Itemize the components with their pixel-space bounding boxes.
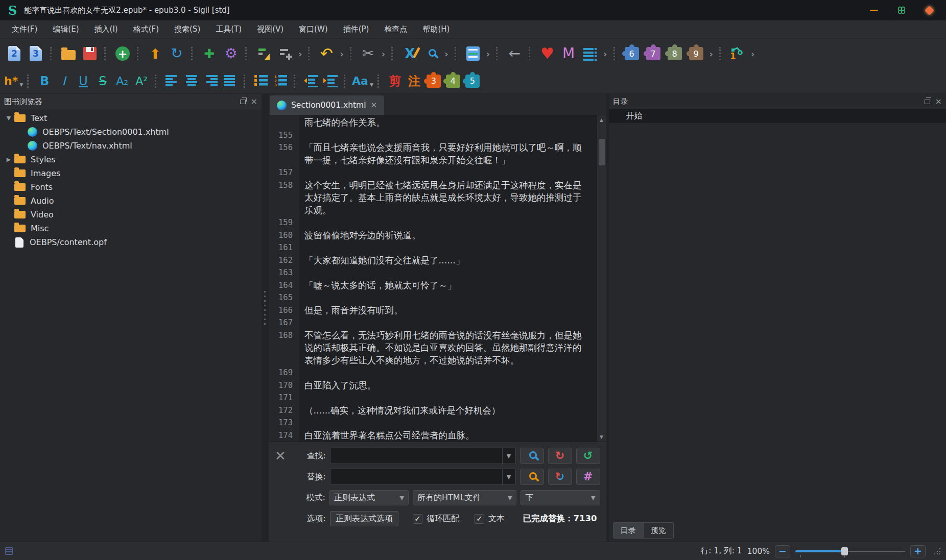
clip-editor-button[interactable]: 剪 <box>386 72 404 90</box>
tree-item-audio[interactable]: Audio <box>0 194 262 208</box>
wrap-checkbox[interactable]: ✓ <box>413 514 422 524</box>
replace-find-button[interactable]: ↻ <box>548 469 572 485</box>
minimize-button[interactable] <box>862 3 886 18</box>
superscript-button[interactable]: A² <box>132 72 151 90</box>
regex-options-button[interactable]: 正则表达式选项 <box>330 511 398 526</box>
new-epub3-button[interactable]: 3 <box>26 43 46 64</box>
bold-button[interactable]: B <box>35 72 54 90</box>
menu-帮助H[interactable]: 帮助(H) <box>416 22 456 37</box>
tab-section0001[interactable]: Section0001.xhtml ✕ <box>270 95 384 115</box>
checkpoint-restore-icon[interactable]: ↻ <box>167 43 187 64</box>
toolbar-overflow-icon[interactable]: › <box>442 48 450 59</box>
plugin-7-button[interactable]: 7 <box>643 43 664 64</box>
bullet-list-button[interactable] <box>252 72 270 90</box>
menu-编辑E[interactable]: 编辑(E) <box>46 22 85 37</box>
align-center-button[interactable] <box>182 72 201 90</box>
replace-history-dropdown[interactable]: ▼ <box>502 469 515 484</box>
tree-item-video[interactable]: Video <box>0 208 262 222</box>
save-button[interactable] <box>80 43 100 64</box>
toolbar-overflow-icon[interactable]: › <box>380 48 387 59</box>
find-next-button[interactable] <box>520 448 544 464</box>
float-panel-icon[interactable] <box>925 100 930 104</box>
numbered-list-button[interactable]: 123 <box>271 72 290 90</box>
maximize-button[interactable] <box>890 3 913 18</box>
toolbar-overflow-icon[interactable]: › <box>601 48 609 59</box>
code-view[interactable]: 雨七绪的合作关系。155156「而且七绪亲也说会支援雨音我，只要好好利用她就可以… <box>269 115 597 442</box>
toolbar-overflow-icon[interactable]: › <box>338 48 345 59</box>
menu-插入I[interactable]: 插入(I) <box>88 22 125 37</box>
outdent-button[interactable] <box>302 72 320 90</box>
resize-grip[interactable] <box>934 548 941 555</box>
tab-close-icon[interactable]: ✕ <box>370 101 377 110</box>
plugin-6-button[interactable]: 6 <box>622 43 642 64</box>
plugin-m-button[interactable]: M <box>558 43 579 64</box>
menu-检查点[interactable]: 检查点 <box>377 22 414 37</box>
subscript-button[interactable]: A₂ <box>113 72 131 90</box>
scrollbar-thumb[interactable] <box>599 139 605 165</box>
close-button[interactable] <box>917 3 941 18</box>
toc-tab[interactable]: 目录 <box>613 522 644 539</box>
plugin-4-button[interactable]: 4 <box>444 72 462 90</box>
plugin-8-button[interactable]: 8 <box>665 43 685 64</box>
tree-item-misc[interactable]: Misc <box>0 222 262 235</box>
toolbar-overflow-icon[interactable]: › <box>296 48 304 59</box>
split-at-cursor-button[interactable] <box>253 43 274 64</box>
restart-count-button[interactable]: ↺ <box>576 448 600 464</box>
tree-item-content.opf[interactable]: OEBPS/content.opf <box>0 235 262 249</box>
open-file-button[interactable] <box>58 43 79 64</box>
close-panel-icon[interactable]: × <box>935 98 942 106</box>
plugin-5-button[interactable]: 5 <box>463 72 482 90</box>
zoom-out-button[interactable]: − <box>775 545 790 557</box>
tree-item-section0001.xhtml[interactable]: OEBPS/Text/Section0001.xhtml <box>0 125 262 139</box>
menu-搜索S[interactable]: 搜索(S) <box>168 22 207 37</box>
expand-arrow-icon[interactable]: ▶ <box>4 156 13 163</box>
add-existing-files-button[interactable]: + <box>112 43 133 64</box>
find-close-button[interactable]: ✕ <box>275 449 290 462</box>
checkpoint-up-icon[interactable]: ⬆ <box>145 43 165 64</box>
zoom-in-button[interactable]: + <box>910 545 926 557</box>
align-justify-button[interactable] <box>221 72 240 90</box>
panel-splitter[interactable] <box>262 94 269 542</box>
toolbar-overflow-icon[interactable]: › <box>749 48 756 59</box>
tree-item-images[interactable]: Images <box>0 166 262 180</box>
undo-button[interactable]: ↶ <box>316 43 337 64</box>
zoom-slider-thumb[interactable] <box>841 547 848 555</box>
spellcheck-button[interactable]: X <box>399 43 420 64</box>
scroll-down-icon[interactable]: ▼ <box>597 432 606 442</box>
text-checkbox[interactable]: ✓ <box>475 514 484 524</box>
align-left-button[interactable] <box>163 72 181 90</box>
direction-select[interactable]: 下▼ <box>521 490 600 505</box>
count-button[interactable]: # <box>576 469 600 485</box>
back-button[interactable]: ← <box>504 43 525 64</box>
insert-split-marker-button[interactable] <box>275 43 295 64</box>
scroll-up-icon[interactable]: ▲ <box>597 115 606 125</box>
align-right-button[interactable] <box>202 72 220 90</box>
donate-button[interactable]: ♥ <box>537 43 557 64</box>
replace-button[interactable] <box>520 469 544 485</box>
mode-select[interactable]: 正则表达式▼ <box>329 490 409 505</box>
toolbar-overflow-icon[interactable]: › <box>707 48 715 59</box>
toc-item-开始[interactable]: 开始 <box>609 109 946 123</box>
tree-item-styles[interactable]: ▶Styles <box>0 153 262 166</box>
float-panel-icon[interactable] <box>240 100 246 104</box>
menu-插件P[interactable]: 插件(P) <box>337 22 376 37</box>
plugin-runner-button[interactable]: 1 <box>727 43 748 64</box>
metadata-editor-button[interactable] <box>463 43 483 64</box>
expand-arrow-icon[interactable]: ▼ <box>4 115 13 121</box>
scope-select[interactable]: 所有的HTML文件▼ <box>413 490 516 505</box>
tree-item-nav.xhtml[interactable]: OEBPS/Text/nav.xhtml <box>0 139 262 153</box>
underline-button[interactable]: U <box>74 72 92 90</box>
zoom-slider[interactable] <box>795 546 905 556</box>
plugin-9-button[interactable]: 9 <box>686 43 706 64</box>
preview-tab[interactable]: 预览 <box>644 522 674 539</box>
index-editor-button[interactable] <box>580 43 600 64</box>
menu-窗口W[interactable]: 窗口(W) <box>292 22 335 37</box>
italic-button[interactable]: I <box>55 72 73 90</box>
close-panel-icon[interactable]: × <box>251 98 257 106</box>
tree-item-fonts[interactable]: Fonts <box>0 180 262 194</box>
find-input[interactable] <box>330 448 502 464</box>
menu-工具T[interactable]: 工具(T) <box>209 22 248 37</box>
menu-视图V[interactable]: 视图(V) <box>250 22 290 37</box>
find-history-dropdown[interactable]: ▼ <box>502 448 515 464</box>
settings-button[interactable]: ⚙ <box>221 43 241 64</box>
